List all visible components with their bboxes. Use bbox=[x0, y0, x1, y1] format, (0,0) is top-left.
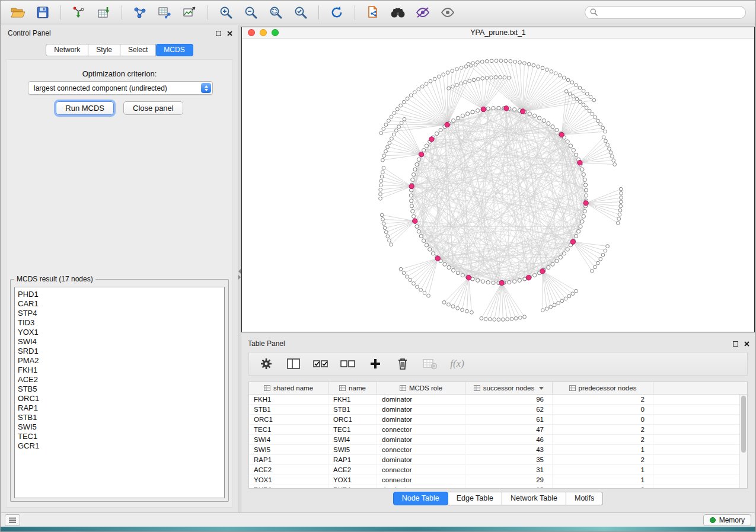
table-cell-name[interactable]: FKH1 bbox=[328, 395, 377, 404]
mcds-result-item[interactable]: PMA2 bbox=[15, 356, 224, 366]
tab-style[interactable]: Style bbox=[88, 44, 120, 56]
table-cell-shared_name[interactable]: ORC1 bbox=[249, 415, 328, 424]
table-row[interactable]: STB1STB1dominator620 bbox=[249, 405, 747, 415]
zoom-selected-button[interactable] bbox=[289, 4, 312, 21]
scrollbar-thumb[interactable] bbox=[741, 396, 746, 453]
global-search[interactable] bbox=[585, 6, 746, 19]
mcds-result-list[interactable]: PHD1CAR1STP4TID3YOX1SWI4SRD1PMA2FKH1ACE2… bbox=[14, 287, 225, 498]
tab-motifs[interactable]: Motifs bbox=[566, 492, 603, 505]
table-row[interactable]: SWI5SWI5connector431 bbox=[249, 445, 747, 455]
show-all-button[interactable] bbox=[436, 4, 459, 21]
table-cell-succ[interactable]: 29 bbox=[465, 475, 553, 485]
table-cell-role[interactable]: dominator bbox=[377, 485, 465, 489]
mcds-result-item[interactable]: RAP1 bbox=[15, 403, 224, 413]
column-header-successor-nodes[interactable]: successor nodes bbox=[465, 382, 553, 394]
table-cell-name[interactable]: STB1 bbox=[328, 405, 377, 414]
table-cell-pred[interactable]: 0 bbox=[553, 405, 653, 414]
column-header-mcds-role[interactable]: MCDS role bbox=[377, 382, 465, 394]
table-cell-succ[interactable]: 35 bbox=[465, 455, 553, 464]
table-cell-shared_name[interactable]: ACE2 bbox=[249, 465, 328, 475]
table-cell-pred[interactable]: 1 bbox=[553, 475, 653, 485]
mcds-result-item[interactable]: FKH1 bbox=[15, 366, 224, 375]
zoom-in-button[interactable] bbox=[215, 4, 237, 21]
table-cell-pred[interactable]: 0 bbox=[553, 415, 653, 424]
new-network-button[interactable] bbox=[129, 4, 151, 21]
table-cell-name[interactable]: PHD1 bbox=[328, 485, 377, 489]
close-panel-button[interactable]: Close panel bbox=[123, 101, 183, 115]
float-panel-icon[interactable] bbox=[732, 341, 739, 347]
table-cell-role[interactable]: dominator bbox=[377, 395, 465, 404]
table-cell-role[interactable]: connector bbox=[377, 475, 465, 485]
table-settings-button[interactable] bbox=[259, 356, 274, 371]
table-cell-succ[interactable]: 43 bbox=[465, 445, 553, 454]
table-cell-name[interactable]: SWI4 bbox=[328, 435, 377, 444]
mcds-result-item[interactable]: TEC1 bbox=[15, 432, 224, 441]
network-canvas[interactable] bbox=[242, 38, 754, 332]
mcds-result-item[interactable]: SWI4 bbox=[15, 337, 224, 347]
mcds-result-item[interactable]: PHD1 bbox=[15, 290, 224, 299]
tab-select[interactable]: Select bbox=[120, 44, 156, 56]
network-table-button[interactable] bbox=[154, 4, 176, 21]
mcds-result-item[interactable]: SRD1 bbox=[15, 347, 224, 356]
tab-network-table[interactable]: Network Table bbox=[502, 492, 566, 505]
minimize-window-icon[interactable] bbox=[260, 29, 267, 36]
table-cell-name[interactable]: ACE2 bbox=[328, 465, 377, 475]
table-cell-pred[interactable]: 2 bbox=[553, 435, 653, 444]
table-cell-succ[interactable]: 18 bbox=[465, 485, 553, 489]
tab-node-table[interactable]: Node Table bbox=[393, 492, 448, 505]
close-window-icon[interactable] bbox=[248, 29, 255, 36]
table-cell-name[interactable]: YOX1 bbox=[328, 475, 377, 485]
table-cell-name[interactable]: ORC1 bbox=[328, 415, 377, 424]
table-cell-succ[interactable]: 47 bbox=[465, 425, 553, 434]
table-cell-shared_name[interactable]: FKH1 bbox=[249, 395, 328, 404]
table-cell-role[interactable]: connector bbox=[377, 465, 465, 475]
mcds-result-item[interactable]: STB1 bbox=[15, 413, 224, 422]
table-cell-role[interactable]: dominator bbox=[377, 415, 465, 424]
column-header-name[interactable]: name bbox=[328, 382, 377, 394]
tab-network[interactable]: Network bbox=[46, 44, 88, 56]
search-input[interactable] bbox=[601, 8, 741, 17]
zoom-out-button[interactable] bbox=[240, 4, 262, 21]
table-cell-succ[interactable]: 61 bbox=[465, 415, 553, 424]
memory-button[interactable]: Memory bbox=[703, 514, 751, 526]
table-cell-role[interactable]: dominator bbox=[377, 455, 465, 464]
table-cell-role[interactable]: dominator bbox=[377, 405, 465, 414]
table-cell-succ[interactable]: 46 bbox=[465, 435, 553, 444]
table-cell-shared_name[interactable]: TEC1 bbox=[249, 425, 328, 434]
table-cell-succ[interactable]: 96 bbox=[465, 395, 553, 404]
column-header-shared-name[interactable]: shared name bbox=[249, 382, 328, 394]
mcds-result-item[interactable]: GCR1 bbox=[15, 441, 224, 451]
save-session-button[interactable] bbox=[31, 4, 54, 21]
tab-mcds[interactable]: MCDS bbox=[156, 44, 193, 56]
chevron-down-icon[interactable] bbox=[539, 387, 544, 390]
table-cell-shared_name[interactable]: SWI4 bbox=[249, 435, 328, 444]
table-cell-name[interactable]: RAP1 bbox=[328, 455, 377, 464]
tab-edge-table[interactable]: Edge Table bbox=[448, 492, 502, 505]
table-cell-succ[interactable]: 31 bbox=[465, 465, 553, 475]
delete-column-button[interactable] bbox=[395, 356, 410, 371]
table-cell-name[interactable]: TEC1 bbox=[328, 425, 377, 434]
table-row[interactable]: PHD1PHD1dominator180 bbox=[249, 485, 747, 489]
mcds-result-item[interactable]: CAR1 bbox=[15, 299, 224, 309]
mcds-result-item[interactable]: TID3 bbox=[15, 318, 224, 328]
run-mcds-button[interactable]: Run MCDS bbox=[56, 101, 114, 115]
optimization-criterion-select[interactable]: largest connected component (undirected) bbox=[28, 81, 213, 95]
column-header-predecessor-nodes[interactable]: predecessor nodes bbox=[553, 382, 653, 394]
table-cell-name[interactable]: SWI5 bbox=[328, 445, 377, 454]
table-cell-shared_name[interactable]: SWI5 bbox=[249, 445, 328, 454]
search-network-button[interactable] bbox=[387, 4, 409, 21]
mcds-result-item[interactable]: STB5 bbox=[15, 384, 224, 394]
close-panel-icon[interactable] bbox=[744, 341, 750, 347]
table-cell-succ[interactable]: 62 bbox=[465, 405, 553, 414]
table-cell-pred[interactable]: 1 bbox=[553, 465, 653, 475]
table-cell-pred[interactable]: 2 bbox=[553, 455, 653, 464]
hide-selected-button[interactable] bbox=[412, 4, 434, 21]
table-scrollbar[interactable] bbox=[739, 395, 747, 488]
network-window-titlebar[interactable]: YPA_prune.txt_1 bbox=[242, 27, 754, 39]
deselect-all-button[interactable] bbox=[340, 356, 356, 371]
mcds-result-item[interactable]: YOX1 bbox=[15, 328, 224, 337]
table-row[interactable]: YOX1YOX1connector291 bbox=[249, 475, 747, 485]
table-row[interactable]: TEC1TEC1connector472 bbox=[249, 425, 747, 435]
mcds-result-item[interactable]: ACE2 bbox=[15, 375, 224, 384]
splitter-collapse-icons[interactable] bbox=[238, 268, 241, 281]
